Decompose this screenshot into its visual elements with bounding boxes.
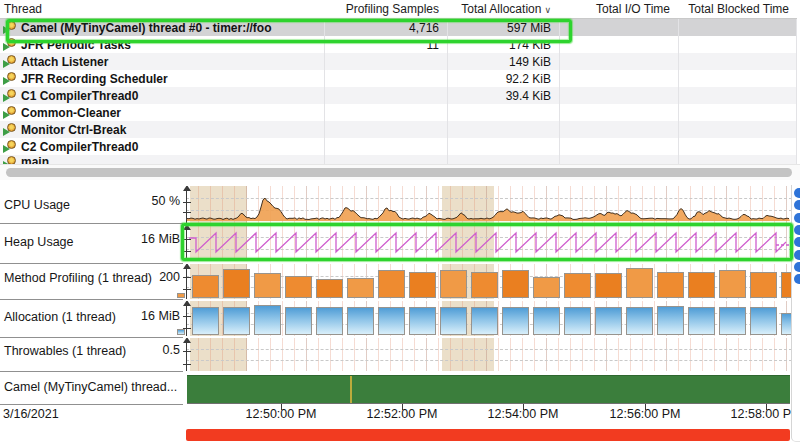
heap-usage-series (186, 225, 791, 261)
time-label: 12:56:00 PM (595, 407, 695, 421)
column-header-total-allocation[interactable]: Total Allocation∨ (447, 2, 559, 16)
chart-config-button[interactable] (794, 213, 800, 223)
chart-config-button[interactable] (794, 250, 800, 260)
chart-config-button[interactable] (794, 225, 800, 235)
bar (409, 307, 436, 335)
thread-dot-icon (7, 38, 16, 47)
bar (440, 307, 467, 335)
bar (316, 307, 343, 335)
lane-label: Camel (MyTinyCamel) thread... (4, 380, 177, 394)
chart-config-panel (791, 185, 800, 442)
column-separator (796, 0, 797, 164)
bar (564, 273, 591, 298)
timeline-range-scrollbar[interactable] (186, 429, 790, 441)
chart-config-button[interactable] (794, 262, 800, 272)
method-profiling-chart[interactable] (176, 264, 792, 299)
y-axis (186, 340, 187, 371)
column-separator (678, 0, 679, 164)
thread-name: C1 CompilerThread0 (21, 89, 138, 103)
axis-tick-label: 16 MiB (141, 232, 180, 246)
thread-icon (3, 89, 17, 102)
lane-label-row-throwables: Throwables (1 thread) 0.5 (0, 337, 183, 372)
time-label: 12:52:00 PM (352, 407, 452, 421)
bar (440, 270, 467, 298)
lane-label: CPU Usage (4, 198, 70, 212)
sort-desc-icon: ∨ (544, 5, 551, 15)
camel-thread-span-chart[interactable] (176, 375, 792, 404)
thread-cell: JFR Recording Scheduler (0, 72, 324, 86)
bar (192, 307, 219, 335)
thread-cell: JFR Periodic Tasks (0, 38, 324, 52)
bar (254, 273, 281, 298)
thread-name: Attach Listener (21, 55, 108, 69)
chart-config-button[interactable] (794, 274, 800, 284)
bar-partial (177, 293, 185, 298)
bar (378, 307, 405, 335)
timeline-date-label: 3/16/2021 (3, 407, 59, 421)
bar (657, 272, 684, 298)
chart-config-button[interactable] (794, 200, 800, 210)
allocation-chart[interactable] (176, 301, 792, 336)
axis-arrow-icon (183, 338, 191, 343)
thread-dot-icon (7, 21, 16, 30)
thread-name: Monitor Ctrl-Break (21, 123, 126, 137)
column-header-total-blocked-time[interactable]: Total Blocked Time (678, 2, 797, 16)
thread-activity-span (187, 375, 790, 404)
event-marker (350, 376, 352, 403)
samples-value: 11 (324, 38, 447, 52)
column-header-thread[interactable]: Thread (0, 2, 324, 16)
axis-tick-label: 50 % (152, 194, 181, 208)
thread-dot-icon (7, 55, 16, 64)
thread-cell: Attach Listener (0, 55, 324, 69)
lane-label-row-camel-thread: Camel (MyTinyCamel) thread... (0, 371, 183, 405)
bar (750, 272, 777, 298)
axis-tick (183, 351, 191, 352)
bar (192, 275, 219, 298)
bar (223, 307, 250, 335)
lane-label-row-cpu: CPU Usage 50 % (0, 185, 183, 224)
bar (719, 307, 746, 335)
chart-config-button[interactable] (794, 188, 800, 198)
bar (626, 268, 653, 298)
thread-name: JFR Periodic Tasks (21, 38, 131, 52)
thread-cell: C1 CompilerThread0 (0, 89, 324, 103)
axis-tick-label: 0.5 (163, 343, 180, 357)
thread-dot-icon (7, 106, 16, 115)
lane-label: Heap Usage (4, 235, 74, 249)
lane-label-row-allocation: Allocation (1 thread) 16 MiB (0, 299, 183, 338)
thread-icon (3, 21, 17, 34)
bar (688, 272, 715, 298)
allocation-value: 92.2 KiB (447, 72, 559, 86)
table-scrollbar-thumb[interactable] (6, 168, 792, 177)
bar-partial (177, 329, 185, 335)
horizontal-gridline (186, 360, 792, 361)
cpu-usage-chart[interactable] (176, 186, 792, 223)
axis-tick-label: 16 MiB (141, 309, 180, 323)
bar (223, 269, 250, 298)
column-separator (324, 0, 325, 164)
bar (502, 270, 529, 298)
chart-config-button[interactable] (794, 237, 800, 247)
bar (347, 278, 374, 298)
bar (719, 270, 746, 298)
thread-icon (3, 72, 17, 85)
thread-cell: C2 CompilerThread0 (0, 140, 324, 154)
bar (254, 305, 281, 335)
lane-label-row-method-profiling: Method Profiling (1 thread) 200 (0, 263, 183, 300)
column-separator (559, 0, 560, 164)
table-horizontal-scrollbar[interactable] (0, 164, 800, 180)
bar (471, 272, 498, 298)
thread-icon (3, 55, 17, 68)
table-header: Thread Profiling Samples Total Allocatio… (0, 0, 797, 19)
thread-cell: Monitor Ctrl-Break (0, 123, 324, 137)
time-label: 12:54:00 PM (473, 407, 573, 421)
column-header-profiling-samples[interactable]: Profiling Samples (324, 2, 447, 16)
thread-name: JFR Recording Scheduler (21, 72, 168, 86)
bar (657, 306, 684, 335)
timeline-chart-panel: CPU Usage 50 % Heap Usage 16 MiB Method … (0, 180, 800, 446)
throwables-chart[interactable] (176, 338, 792, 371)
heap-usage-chart[interactable] (176, 225, 792, 261)
column-header-total-io-time[interactable]: Total I/O Time (559, 2, 678, 16)
cpu-usage-series (186, 186, 791, 223)
allocation-value: 149 KiB (447, 55, 559, 69)
